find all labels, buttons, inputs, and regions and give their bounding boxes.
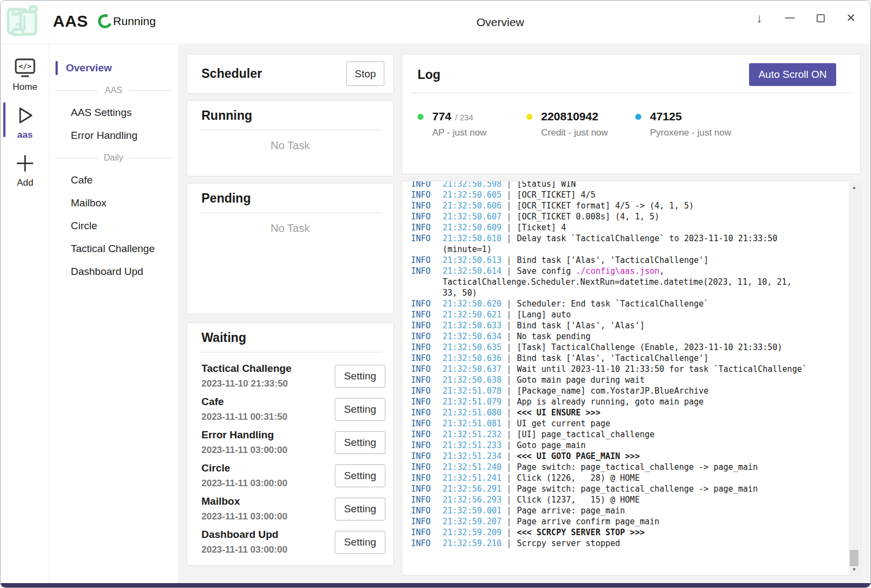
stat-value-row: 774 / 234 [432,110,487,123]
stat-value-row: 220810942 [541,110,608,123]
rail-item-add[interactable]: Add [1,147,50,195]
rail-item-label: Home [13,82,37,93]
stat-value: 220810942 [541,110,598,123]
pending-title: Pending [201,191,393,206]
log-line: INFO21:32:56.291|Page switch: page_tacti… [411,483,844,494]
log-line: INFO21:32:59.207|Page arrive confirm pag… [411,516,844,527]
sidebar-section-label: Daily [104,153,124,163]
log-line: INFO21:32:59.209|<<< SCRCPY SERVER STOP … [411,527,844,538]
log-line: INFO21:32:51.233|Goto page_main [411,440,844,451]
task-name: Error Handling [201,429,287,441]
log-line: INFO21:32:51.078|[Package_name] com.Yost… [411,385,844,396]
log-line: INFO21:32:51.234|<<< UI GOTO PAGE_MAIN >… [411,451,844,462]
home-icon: </> [14,58,36,78]
log-lines: INFO21:32:50.598|[Status] WININFO21:32:5… [402,181,860,549]
log-line: INFO21:32:50.605|[OCR_TICKET] 4/5 [411,189,844,200]
stat-dot-icon [635,114,641,120]
log-line: INFO21:32:50.636|Bind task ['Alas', 'Tac… [411,353,844,364]
task-name: Mailbox [201,495,287,507]
app-logo-icon [6,5,42,38]
resource-stats: 774 / 234 AP - just now 220810942 [402,94,860,138]
divider [199,130,382,131]
sidebar-item[interactable]: Dashboard Upd [50,260,178,283]
task-setting-button[interactable]: Setting [335,464,385,487]
rail-item-label: aas [17,130,33,140]
stat-text: 47125 Pyroxene - just now [650,110,731,138]
scroll-down-icon[interactable]: ▼ [849,565,860,573]
sidebar-item-label: Circle [71,220,97,232]
nav-rail: </> Home aas Add [1,45,50,583]
divider [199,212,382,213]
sidebar-item-label: Tactical Challenge [71,243,155,255]
sidebar-item[interactable]: Error Handling [50,124,178,147]
stat-label: Credit - just now [541,127,608,138]
sidebar-item-label: Mailbox [71,197,106,209]
log-line: INFO21:32:51.081|UI get current page [411,418,844,429]
stat-block: 220810942 Credit - just now [526,110,635,138]
stat-text: 774 / 234 AP - just now [432,110,487,138]
log-line: INFO21:32:50.620|Scheduler: End task `Ta… [411,298,844,309]
sidebar-item[interactable]: Circle [50,215,178,237]
stat-value-row: 47125 [650,110,731,123]
scrollbar-thumb[interactable] [850,550,858,566]
active-indicator [3,102,5,137]
log-line: INFO21:32:51.232|[UI] page_tactical_chal… [411,429,844,440]
maximize-button[interactable] [814,11,827,24]
sidebar-item-label: Cafe [71,174,93,186]
auto-scroll-button[interactable]: Auto Scroll ON [749,63,836,86]
main-content: Scheduler Stop Running No Task Pending N… [178,45,870,583]
svg-text:</>: </> [19,62,32,70]
task-info: Error Handling 2023-11-11 03:00:00 [201,429,287,456]
sidebar-item[interactable]: Mailbox [50,192,178,215]
waiting-task-row: Tactical Challenge 2023-11-10 21:33:50 S… [187,359,393,393]
scheduler-card: Scheduler Stop [187,54,394,94]
sidebar-item[interactable]: Cafe [50,169,178,192]
log-line: INFO21:32:50.621|[Lang] auto [411,309,844,320]
app-name: AAS [53,12,88,30]
sidebar-item-label: Overview [66,62,112,74]
window-bottom-bar [1,583,870,587]
log-line: INFO21:32:50.610|Delay task `TacticalCha… [411,233,844,255]
active-indicator [56,61,58,75]
task-next-run: 2023-11-11 00:31:50 [201,412,287,422]
log-line: INFO21:32:50.607|[OCR_TICKET 0.008s] (4,… [411,211,844,222]
download-icon[interactable]: ↓ [753,11,766,24]
minimize-button[interactable] [783,11,796,24]
task-setting-button[interactable]: Setting [335,365,385,388]
sidebar-section-divider: AAS [50,79,178,101]
task-setting-button[interactable]: Setting [335,531,385,554]
log-line: INFO21:32:51.241|Click (1226, 28) @ HOME [411,473,844,483]
stat-value: 47125 [650,110,682,123]
log-line: INFO21:32:59.001|Page arrive: page_main [411,505,844,516]
log-line: INFO21:32:51.079|App is already running,… [411,396,844,407]
sidebar-item[interactable]: Overview [50,57,178,79]
divider-line [56,90,99,91]
stop-button[interactable]: Stop [346,62,384,86]
log-line: INFO21:32:50.638|Goto main page during w… [411,375,844,385]
task-name: Circle [201,462,287,474]
sidebar-item-label: AAS Settings [71,107,132,119]
task-setting-button[interactable]: Setting [335,431,385,454]
log-title: Log [418,68,440,82]
running-spinner-icon [96,12,114,30]
scheduler-status: Running [113,15,156,28]
sidebar-item[interactable]: AAS Settings [50,101,178,124]
rail-item-home[interactable]: </> Home [1,52,50,99]
add-icon [14,152,36,174]
task-setting-button[interactable]: Setting [335,398,385,421]
log-panel[interactable]: INFO21:32:50.598|[Status] WININFO21:32:5… [402,181,861,575]
stat-text: 220810942 Credit - just now [541,110,608,138]
task-setting-button[interactable]: Setting [335,498,385,520]
stat-label: AP - just now [432,127,487,138]
sidebar-item[interactable]: Tactical Challenge [50,237,178,260]
task-info: Cafe 2023-11-11 00:31:50 [201,396,287,422]
stat-dot-icon [526,114,532,120]
scroll-up-icon[interactable]: ▲ [849,183,860,191]
log-line: INFO21:32:51.080|<<< UI ENSURE >>> [411,407,844,418]
waiting-task-list: Tactical Challenge 2023-11-10 21:33:50 S… [187,359,393,559]
rail-item-aas[interactable]: aas [1,99,50,147]
close-button[interactable]: ✕ [844,11,857,24]
sidebar-section-label: AAS [105,85,122,95]
log-scrollbar[interactable]: ▲ ▼ [849,182,860,574]
task-name: Tactical Challenge [201,363,291,375]
